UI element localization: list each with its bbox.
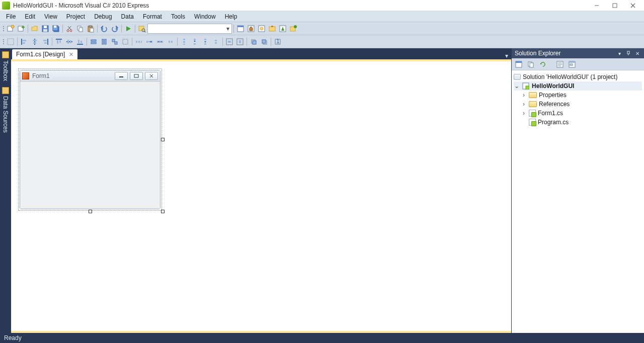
minimize-button[interactable] — [588, 0, 606, 11]
align-middles-button[interactable] — [64, 37, 74, 47]
tree-form1-node[interactable]: › Form1.cs — [514, 109, 642, 118]
solution-explorer-button[interactable] — [235, 24, 246, 34]
expander-icon[interactable]: › — [521, 101, 527, 108]
find-combo[interactable]: ▾ — [147, 24, 232, 34]
svg-text:1: 1 — [276, 38, 280, 45]
hspace-increase-button[interactable] — [144, 37, 154, 47]
undo-button[interactable] — [99, 24, 109, 34]
menu-project[interactable]: Project — [62, 12, 89, 21]
start-page-button[interactable] — [278, 24, 288, 34]
redo-button[interactable] — [110, 24, 120, 34]
panel-window-position-button[interactable]: ▾ — [616, 50, 623, 57]
form-window[interactable]: Form1 — [20, 70, 160, 209]
add-item-button[interactable] — [16, 24, 26, 34]
resize-grip-bottom[interactable] — [89, 210, 92, 213]
expander-icon[interactable]: ⌄ — [514, 82, 520, 90]
svg-rect-81 — [194, 39, 196, 40]
svg-rect-67 — [141, 41, 142, 43]
menu-window[interactable]: Window — [190, 12, 220, 21]
find-button[interactable] — [137, 24, 147, 34]
align-centers-button[interactable] — [30, 37, 40, 47]
vspace-equal-button[interactable] — [179, 37, 189, 47]
properties-button[interactable] — [514, 59, 524, 69]
cut-button[interactable] — [64, 24, 74, 34]
start-debug-button[interactable] — [123, 24, 133, 34]
form-client-area[interactable] — [20, 81, 160, 209]
center-horizontally-button[interactable] — [224, 37, 234, 47]
same-size-button[interactable] — [110, 37, 120, 47]
document-tab-close-icon[interactable]: ✕ — [68, 51, 74, 58]
vspace-decrease-button[interactable] — [200, 37, 210, 47]
maximize-button[interactable] — [606, 0, 624, 11]
tree-solution-node[interactable]: Solution 'HelloWorldGUI' (1 project) — [514, 72, 642, 81]
panel-close-button[interactable]: ✕ — [634, 50, 641, 57]
svg-rect-23 — [90, 28, 94, 32]
tree-references-node[interactable]: › References — [514, 100, 642, 109]
form-minimize-button[interactable] — [115, 72, 128, 80]
toolbar-grip[interactable] — [2, 24, 5, 34]
size-to-grid-button[interactable] — [120, 37, 130, 47]
form-maximize-button[interactable] — [130, 72, 143, 80]
view-designer-button[interactable] — [567, 59, 577, 69]
same-height-button[interactable] — [99, 37, 109, 47]
document-tab-form1[interactable]: Form1.cs [Design] ✕ — [12, 49, 77, 59]
refresh-button[interactable] — [538, 59, 548, 69]
vspace-remove-button[interactable] — [211, 37, 221, 47]
tree-properties-node[interactable]: › Properties — [514, 91, 642, 100]
toolbox-tab[interactable]: Toolbox — [0, 48, 11, 84]
open-button[interactable] — [30, 24, 40, 34]
show-all-files-button[interactable] — [526, 59, 536, 69]
paste-button[interactable] — [86, 24, 96, 34]
view-code-button[interactable] — [555, 59, 565, 69]
save-all-button[interactable] — [51, 24, 61, 34]
same-width-button[interactable] — [89, 37, 99, 47]
menu-debug[interactable]: Debug — [90, 12, 116, 21]
center-panel: Form1.cs [Design] ✕ ▾ Form1 — [11, 48, 511, 333]
copy-button[interactable] — [75, 24, 85, 34]
menu-file[interactable]: File — [2, 12, 20, 21]
center-vertically-button[interactable] — [235, 37, 245, 47]
bring-to-front-button[interactable] — [249, 37, 259, 47]
menu-data[interactable]: Data — [117, 12, 138, 21]
hspace-remove-button[interactable] — [166, 37, 176, 47]
menu-tools[interactable]: Tools — [167, 12, 189, 21]
vspace-increase-button[interactable] — [190, 37, 200, 47]
object-browser-button[interactable] — [257, 24, 267, 34]
toolbar-grip[interactable] — [2, 37, 5, 47]
menu-view[interactable]: View — [40, 12, 61, 21]
close-button[interactable] — [624, 0, 642, 11]
expander-icon[interactable]: › — [521, 110, 527, 117]
menu-format[interactable]: Format — [139, 12, 166, 21]
align-rights-button[interactable] — [40, 37, 50, 47]
align-to-grid-button[interactable] — [6, 37, 16, 47]
send-to-back-button[interactable] — [259, 37, 269, 47]
resize-grip-corner[interactable] — [161, 210, 165, 213]
svg-rect-29 — [237, 26, 244, 27]
svg-rect-57 — [80, 41, 82, 43]
save-button[interactable] — [40, 24, 50, 34]
extension-manager-button[interactable] — [288, 24, 298, 34]
data-sources-tab[interactable]: Data Sources — [0, 84, 11, 136]
align-bottoms-button[interactable] — [75, 37, 85, 47]
form-selection-outline[interactable]: Form1 — [18, 68, 162, 211]
tree-project-node[interactable]: ⌄ HelloWorldGUI — [514, 81, 642, 91]
expander-icon[interactable]: › — [521, 92, 527, 99]
tab-order-button[interactable]: 1 — [273, 37, 283, 47]
panel-pin-button[interactable] — [625, 50, 632, 57]
hspace-decrease-button[interactable] — [155, 37, 165, 47]
hspace-equal-button[interactable] — [134, 37, 144, 47]
menu-help[interactable]: Help — [221, 12, 242, 21]
align-tops-button[interactable] — [54, 37, 64, 47]
properties-window-button[interactable] — [246, 24, 256, 34]
toolbar-separator — [96, 24, 99, 34]
new-project-button[interactable] — [6, 24, 16, 34]
solution-explorer-title-bar[interactable]: Solution Explorer ▾ ✕ — [512, 48, 644, 58]
menu-edit[interactable]: Edit — [21, 12, 39, 21]
align-lefts-button[interactable] — [19, 37, 29, 47]
toolbox-button[interactable] — [267, 24, 277, 34]
designer-surface[interactable]: Form1 — [11, 61, 511, 331]
tree-program-node[interactable]: Program.cs — [514, 118, 642, 127]
tab-overflow-button[interactable]: ▾ — [502, 52, 511, 59]
resize-grip-right[interactable] — [161, 138, 165, 141]
form-close-button[interactable] — [145, 72, 158, 80]
